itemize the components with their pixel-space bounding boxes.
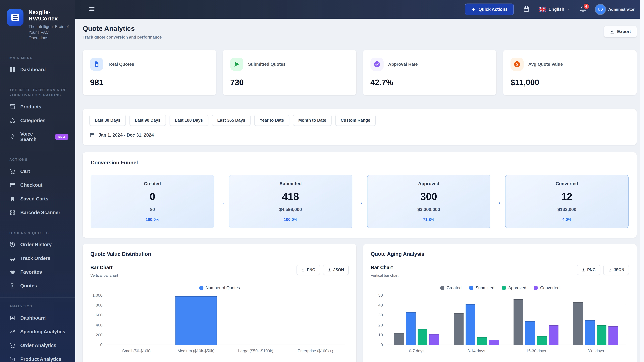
sidebar-item-label: Order Analytics (20, 343, 56, 348)
legend-item[interactable]: Submitted (469, 285, 494, 290)
chart-legend: Number of Quotes (90, 285, 349, 290)
sidebar-item[interactable]: Cart (4, 165, 71, 178)
sidebar-item-icon (10, 104, 16, 110)
chart-bar (477, 337, 487, 345)
funnel-stage-percent: 100.0% (284, 217, 297, 222)
sidebar-section-label: MAIN MENU (0, 50, 75, 62)
date-range-button[interactable]: Custom Range (335, 115, 376, 126)
sidebar-item-label: Product Analytics (20, 357, 62, 362)
funnel-stage: Submitted 418 $4,598,000 100.0% (229, 175, 352, 228)
chart-bar (549, 325, 558, 345)
sidebar-item[interactable]: Track Orders (4, 252, 71, 265)
sidebar-item-icon: $ (10, 283, 16, 289)
main-area: Quick Actions English 4 US Administrator (75, 0, 644, 362)
sidebar-item-label: Order History (20, 242, 52, 247)
date-range-button[interactable]: Last 30 Days (90, 115, 126, 126)
download-png-button[interactable]: PNG (296, 265, 320, 275)
quick-actions-button[interactable]: Quick Actions (465, 3, 514, 15)
date-range-button[interactable]: Last 180 Days (170, 115, 208, 126)
sidebar-item[interactable]: Order Analytics (4, 339, 71, 352)
sidebar-item[interactable]: Categories (4, 114, 71, 127)
sidebar-item[interactable]: Order History (4, 238, 71, 251)
sidebar-item[interactable]: Voice Search NEW (4, 128, 71, 146)
chart-title: Quote Value Distribution (90, 251, 349, 257)
download-icon (301, 268, 305, 272)
date-range-button[interactable]: Month to Date (293, 115, 332, 126)
date-range-button[interactable]: Last 90 Days (130, 115, 166, 126)
sidebar-item[interactable]: Barcode Scanner (4, 206, 71, 219)
language-selector[interactable]: English (539, 7, 570, 12)
chart-bar (608, 326, 618, 345)
page-title: Quote Analytics (83, 25, 162, 32)
funnel-stage-amount: $132,000 (558, 207, 576, 212)
chart-bar (454, 313, 464, 345)
sidebar-nav: MAIN MENU Dashboard THE INTELLIGENT B (0, 49, 75, 362)
sidebar-item[interactable]: Checkout (4, 179, 71, 192)
x-axis-label: 15-30 days (506, 349, 566, 353)
chart-bar (573, 302, 583, 345)
legend-item[interactable]: Number of Quotes (199, 285, 240, 290)
chart-title: Quote Aging Analysis (371, 251, 629, 257)
page-subtitle: Track quote conversion and performance (83, 35, 162, 39)
sidebar-item[interactable]: $ Quotes (4, 279, 71, 293)
quote-aging-analysis-card: Quote Aging Analysis Bar Chart Vertical … (363, 244, 637, 362)
stat-value: 730 (230, 78, 349, 87)
sidebar-item-icon (10, 269, 16, 275)
sidebar-item-label: Quotes (20, 283, 37, 289)
date-range-button[interactable]: Last 365 Days (212, 115, 251, 126)
download-png-button[interactable]: PNG (577, 265, 600, 275)
brand-name: Nexgile-HVACortex (28, 9, 69, 22)
sidebar-item-label: Voice Search (20, 131, 50, 142)
stat-card: Total Quotes 981 (83, 50, 216, 95)
stat-icon: $ (510, 58, 524, 71)
funnel-stage-label: Converted (556, 181, 578, 186)
stat-icon (90, 58, 103, 71)
sidebar-item[interactable]: Dashboard (4, 63, 71, 76)
sidebar-item-icon (10, 66, 16, 72)
sidebar-item[interactable]: Dashboard (4, 311, 71, 325)
sidebar-item[interactable]: Saved Carts (4, 192, 71, 205)
sidebar-item[interactable]: Products (4, 100, 71, 113)
stat-icon (230, 58, 243, 71)
chart-bar (514, 299, 523, 345)
sidebar-section-label: ANALYTICS (0, 299, 75, 310)
sidebar-item-label: Barcode Scanner (20, 210, 60, 215)
svg-text:$: $ (516, 62, 518, 66)
stat-label: Submitted Quotes (248, 62, 286, 67)
chart-bar (418, 329, 427, 345)
chevron-down-icon (567, 7, 570, 11)
x-axis-label: Small ($0-$10k) (106, 349, 166, 353)
sidebar-item[interactable]: Spending Analytics (4, 325, 71, 338)
sidebar-item[interactable]: Product Analytics (4, 353, 71, 362)
sidebar-item-label: Favorites (20, 269, 42, 275)
legend-item[interactable]: Created (440, 285, 462, 290)
download-icon (608, 268, 612, 272)
user-menu[interactable]: US Administrator (596, 4, 634, 14)
legend-item[interactable]: Approved (502, 285, 526, 290)
page-content: Quote Analytics Track quote conversion a… (75, 18, 644, 362)
sidebar-section: ANALYTICS Dashboard Spen (0, 298, 75, 362)
legend-dot-icon (534, 286, 538, 290)
sidebar-item-icon (10, 134, 16, 140)
funnel-stage-count: 0 (150, 191, 155, 202)
funnel-stage-label: Created (144, 181, 161, 186)
date-range-button[interactable]: Year to Date (254, 115, 289, 126)
date-range-label: Jan 1, 2024 - Dec 31, 2024 (98, 133, 154, 138)
sidebar-item-label: Saved Carts (20, 196, 48, 202)
calendar-button[interactable] (523, 6, 530, 13)
notification-badge: 4 (583, 3, 590, 9)
sidebar-item[interactable]: Favorites (4, 266, 71, 279)
plus-icon (471, 7, 476, 12)
app-root: Nexgile-HVACortex The Intelligent Brain … (0, 0, 644, 362)
export-label: Export (617, 29, 631, 34)
sidebar-item-label: Track Orders (20, 256, 50, 261)
notifications-button[interactable]: 4 (580, 6, 586, 13)
menu-toggle-button[interactable] (88, 5, 96, 13)
calendar-icon (523, 6, 530, 12)
legend-item[interactable]: Converted (534, 285, 560, 290)
export-button[interactable]: Export (604, 26, 636, 37)
download-json-button[interactable]: JSON (603, 265, 629, 275)
sidebar-item-icon (10, 356, 16, 362)
x-axis-label: Enterprise ($100k+) (286, 349, 345, 353)
download-json-button[interactable]: JSON (323, 265, 349, 275)
